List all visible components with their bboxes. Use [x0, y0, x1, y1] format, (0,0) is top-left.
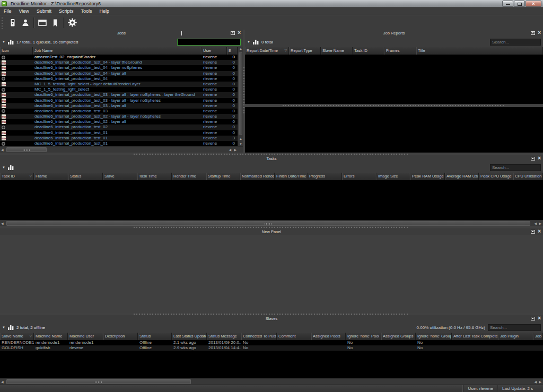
close-button[interactable]: ×	[526, 1, 541, 7]
slave-row[interactable]: GOLDFISHgoldfishrleveneOffline2.9 wks ag…	[0, 345, 543, 351]
slaves-horizontal-scrollbar[interactable]: ◀ ◀ ▶	[0, 378, 543, 385]
column-header-startup-time[interactable]: Startup Time	[206, 173, 240, 180]
column-header-comment[interactable]: Comment	[277, 333, 311, 340]
column-header-average-ram-usage[interactable]: Average RAM Usage	[445, 173, 479, 180]
column-header-status-message[interactable]: Status Message	[207, 333, 241, 340]
job-row[interactable]: maMC_1_5_testing_light_select - layer de…	[0, 82, 243, 87]
menu-tools[interactable]: Tools	[77, 7, 95, 15]
minimize-button[interactable]	[502, 1, 513, 7]
column-header-task-id[interactable]: Task ID	[353, 47, 384, 55]
job-row[interactable]: madeadline6_internal_production_test_04 …	[0, 60, 243, 65]
job-row[interactable]: madeadline6_internal_production_test_02 …	[0, 119, 243, 124]
column-header-peak-ram-usage[interactable]: Peak RAM Usage	[410, 173, 445, 180]
column-header-slave[interactable]: Slave	[103, 173, 137, 180]
float-panel-icon[interactable]	[531, 157, 535, 161]
column-header-machine-user[interactable]: Machine User	[68, 333, 103, 340]
column-header-job-plugin[interactable]: Job Plugin	[498, 333, 533, 340]
slaves-panel-titlebar[interactable]: Slaves ×	[0, 315, 543, 322]
jobs-panel-titlebar[interactable]: Jobs ×	[0, 30, 243, 37]
menu-file[interactable]: File	[0, 7, 15, 15]
job-row[interactable]: madeadline6_internal_production_test_01r…	[0, 136, 243, 141]
jobs-vertical-scrollbar[interactable]: ▲ ▲ ▼	[238, 47, 243, 146]
column-header-report-date-time[interactable]: Report Date/Time▽	[245, 47, 289, 55]
job-row[interactable]: amazonTest_02_carpaintShaderrlevene0	[0, 55, 243, 60]
job-row[interactable]: deadline6_internal_production_test_02rle…	[0, 124, 243, 130]
job-row[interactable]: madeadline6_internal_production_test_01r…	[0, 130, 243, 136]
float-panel-icon[interactable]	[531, 31, 535, 35]
job-row[interactable]: madeadline6_internal_production_test_03 …	[0, 92, 243, 97]
column-header-ignore-none-group[interactable]: Ignore 'none' Group	[416, 333, 452, 340]
column-header-e[interactable]: E	[227, 47, 238, 55]
job-row[interactable]: deadline6_internal_production_test_03rle…	[0, 109, 243, 114]
column-header-icon[interactable]: Icon	[0, 47, 33, 55]
close-panel-icon[interactable]: ×	[538, 156, 541, 161]
float-panel-icon[interactable]	[531, 317, 535, 320]
job-row[interactable]: madeadline6_internal_production_test_02 …	[0, 114, 243, 119]
scrollbar-thumb[interactable]	[239, 52, 242, 135]
column-header-ignore-none-pool[interactable]: Ignore 'none' Pool	[346, 333, 381, 340]
job-row[interactable]: deadline6_internal_production_test_01rle…	[0, 141, 243, 146]
slaves-search-input[interactable]	[488, 324, 541, 331]
job-row[interactable]: deadline6_internal_production_test_04rle…	[0, 76, 243, 82]
scrollbar-thumb[interactable]	[6, 379, 191, 384]
job-row[interactable]: madeadline6_internal_production_test_03 …	[0, 98, 243, 103]
close-panel-icon[interactable]: ×	[538, 316, 541, 320]
job-row[interactable]: madeadline6_internal_production_test_04 …	[0, 65, 243, 70]
new-panel-button[interactable]	[36, 16, 49, 29]
column-header-image-size[interactable]: Image Size	[376, 173, 410, 180]
tasks-panel-titlebar[interactable]: Tasks ×	[0, 155, 543, 162]
column-header-slave-name[interactable]: Slave Name▽	[0, 333, 34, 340]
filter-dropdown-icon[interactable]: ▼	[2, 40, 5, 43]
float-panel-icon[interactable]	[231, 31, 235, 35]
toolbar-drag-handle[interactable]	[2, 17, 5, 29]
menu-submit[interactable]: Submit	[33, 7, 55, 15]
bookmark-button[interactable]	[49, 16, 62, 29]
close-panel-icon[interactable]: ×	[238, 31, 241, 35]
slave-button[interactable]	[6, 16, 19, 29]
menu-scripts[interactable]: Scripts	[55, 7, 77, 15]
maximize-button[interactable]	[514, 1, 525, 7]
column-header-task-time[interactable]: Task Time	[137, 173, 172, 180]
column-header-user[interactable]: User	[202, 47, 227, 55]
user-button[interactable]	[19, 16, 32, 29]
job-row[interactable]: MC_1_5_testing_light_selectrlevene0	[0, 87, 243, 92]
job-row[interactable]: madeadline6_internal_production_test_04 …	[0, 71, 243, 76]
job-row[interactable]: madeadline6_internal_production_test_03 …	[0, 103, 243, 109]
column-header-frame[interactable]: Frame	[34, 173, 68, 180]
column-header-cpu-utilisation[interactable]: CPU Utilisation	[513, 173, 543, 180]
column-header-report-type[interactable]: Report Type	[289, 47, 321, 55]
scrollbar-thumb[interactable]	[6, 221, 530, 226]
close-panel-icon[interactable]: ×	[538, 31, 541, 35]
filter-dropdown-icon[interactable]: ▼	[2, 166, 5, 169]
column-header-job-user[interactable]: Job User	[533, 333, 543, 340]
column-header-slave-name[interactable]: Slave Name	[321, 47, 353, 55]
column-header-normalized-render[interactable]: Normalized Render	[240, 173, 275, 180]
settings-button[interactable]	[66, 16, 78, 29]
column-header-finish-date-time[interactable]: Finish Date/Time	[275, 173, 308, 180]
job-reports-panel-titlebar[interactable]: Job Reports ×	[245, 30, 543, 37]
column-header-status[interactable]: Status	[68, 173, 103, 180]
column-header-after-last-task-complete[interactable]: After Last Task Complete	[452, 333, 498, 340]
jobs-horizontal-scrollbar[interactable]: ◀ ◀ ▶	[0, 146, 243, 153]
column-header-assigned-groups[interactable]: Assigned Groups	[381, 333, 416, 340]
column-header-assigned-pools[interactable]: Assigned Pools	[311, 333, 346, 340]
menu-help[interactable]: Help	[95, 7, 113, 15]
scrollbar-thumb[interactable]	[6, 147, 47, 152]
stats-chart-icon[interactable]	[253, 39, 259, 44]
tasks-horizontal-scrollbar[interactable]: ◀ ◀ ▶	[0, 220, 543, 226]
stats-chart-icon[interactable]	[8, 325, 14, 330]
column-header-progress[interactable]: Progress	[308, 173, 342, 180]
close-panel-icon[interactable]: ×	[538, 229, 541, 234]
new-panel-titlebar[interactable]: New Panel ×	[0, 228, 543, 235]
filter-dropdown-icon[interactable]: ▼	[247, 40, 250, 43]
menu-view[interactable]: View	[15, 7, 33, 15]
column-header-task-id[interactable]: Task ID▽	[0, 173, 34, 180]
column-header-status[interactable]: Status	[138, 333, 172, 340]
column-header-peak-cpu-usage[interactable]: Peak CPU Usage	[479, 173, 513, 180]
window-titlebar[interactable]: Deadline Monitor - Z:\DeadlineRepository…	[0, 0, 543, 7]
slave-row[interactable]: RENDERNODE1rendernode1rendernode1Offline…	[0, 340, 543, 345]
column-header-errors[interactable]: Errors	[342, 173, 376, 180]
column-header-frames[interactable]: Frames	[384, 47, 416, 55]
stats-chart-icon[interactable]	[8, 165, 14, 170]
column-header-machine-name[interactable]: Machine Name	[34, 333, 68, 340]
